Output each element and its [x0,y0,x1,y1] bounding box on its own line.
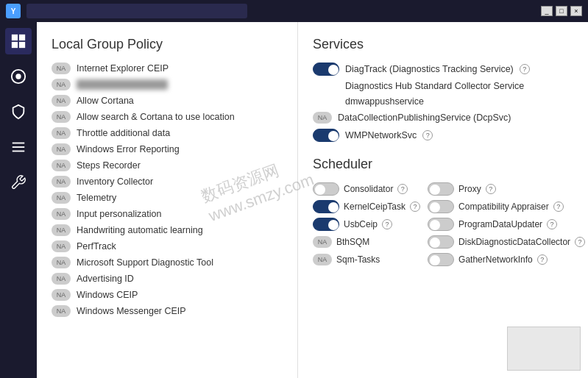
policy-item: NAPerfTrack [52,240,283,252]
sidebar-icon-menu[interactable] [5,134,32,160]
policy-label: Allow Cortana [77,96,134,106]
scheduler-item: Compatibility Appraiser? [428,200,585,213]
policy-label: Windows CEIP [77,290,138,300]
titlebar-left: Y [6,4,247,18]
policy-label: Microsoft Support Diagnostic Tool [77,257,213,268]
na-badge: NA [52,289,71,301]
toggle-switch[interactable] [313,63,339,76]
service-item: NADataCollectionPublishingService (DcpSv… [313,112,573,124]
policy-item: NAWindows Error Reporting [52,143,283,155]
minimize-button[interactable]: _ [541,6,553,16]
scheduler-item: DiskDiagnosticDataCollector? [428,235,585,249]
policy-item: NAAllow search & Cortana to use location [52,111,283,123]
help-icon[interactable]: ? [422,130,433,140]
app-logo: Y [6,4,21,18]
scheduler-label: DiskDiagnosticDataCollector [458,237,570,247]
help-icon[interactable]: ? [486,184,496,194]
service-label: DiagTrack (Diagnostics Tracking Service) [345,64,514,74]
toggle-switch[interactable] [313,200,339,213]
na-badge: NA [52,208,71,220]
na-badge: NA [52,127,71,139]
na-badge: NA [52,111,71,123]
help-icon[interactable]: ? [547,219,557,229]
scheduler-grid: Consolidator? Proxy? KernelCeipTask? Com… [313,182,573,266]
na-badge: NA [52,63,71,74]
scheduler-label: ProgramDataUpdater [458,219,542,229]
policy-item: NATelemetry [52,192,283,204]
help-icon[interactable]: ? [553,202,564,212]
svg-rect-1 [19,35,25,40]
bottom-right-box [507,327,581,371]
toggle-switch[interactable] [428,182,454,196]
policy-label: Inventory Collector [77,176,153,187]
na-badge: NA [52,143,71,155]
svg-rect-0 [12,35,18,40]
svg-point-5 [15,74,21,79]
policy-item: NAInternet Explorer CEIP [52,63,283,74]
policy-item: NAUse OneDrive storage [52,79,283,90]
policy-label: Windows Error Reporting [77,144,180,154]
service-label: WMPNetworkSvc [345,130,417,140]
toggle-switch[interactable] [428,200,454,213]
scheduler-item: ProgramDataUpdater? [428,218,585,231]
na-badge: NA [52,176,71,188]
svg-rect-8 [13,151,25,152]
scheduler-label: GatherNetworkInfo [458,254,533,265]
na-badge: NA [52,160,71,171]
maximize-button[interactable]: □ [556,6,567,16]
scheduler-item: UsbCeip? [313,218,420,231]
help-icon[interactable]: ? [397,184,408,194]
policy-item: NAThrottle additional data [52,127,283,139]
close-button[interactable]: × [570,6,582,16]
policy-label: Throttle additional data [77,128,170,138]
na-badge: NA [52,192,71,204]
services-section: Services DiagTrack (Diagnostics Tracking… [313,37,573,142]
policy-label: Input personalization [77,209,161,219]
policy-item: NAWindows Messenger CEIP [52,305,283,317]
na-badge: NA [52,240,71,252]
na-badge: NA [52,95,71,107]
service-item: DiagTrack (Diagnostics Tracking Service)… [313,63,573,76]
policy-label: Internet Explorer CEIP [77,63,169,74]
main-window: Y _ □ × [0,0,588,378]
sidebar-icon-eye[interactable] [5,63,32,90]
help-icon[interactable]: ? [520,64,530,74]
help-icon[interactable]: ? [410,202,420,212]
service-item: dmwappushservice [313,96,573,107]
toggle-switch[interactable] [313,182,339,196]
scheduler-item: NABthSQM [313,235,420,249]
local-group-policy-title: Local Group Policy [52,37,283,52]
toggle-switch[interactable] [313,218,339,231]
svg-rect-2 [12,42,18,48]
service-item: WMPNetworkSvc? [313,129,573,142]
policy-label: Windows Messenger CEIP [77,306,186,316]
scheduler-label: KernelCeipTask [344,202,405,212]
right-panel: Services DiagTrack (Diagnostics Tracking… [298,22,588,378]
na-badge: NA [313,112,332,124]
help-icon[interactable]: ? [575,237,585,247]
sidebar-icon-shield[interactable] [5,99,32,125]
titlebar: Y _ □ × [0,0,588,22]
policy-item: NAWindows CEIP [52,289,283,301]
policy-item: NAInput personalization [52,208,283,220]
toggle-switch[interactable] [428,253,454,266]
scheduler-section: Scheduler Consolidator? Proxy? KernelCei… [313,157,573,266]
na-badge: NA [52,257,71,268]
policy-label: Use OneDrive storage [77,79,168,90]
sidebar-icon-tools[interactable] [5,169,32,196]
services-list: DiagTrack (Diagnostics Tracking Service)… [313,63,573,142]
scheduler-title: Scheduler [313,157,573,172]
service-label: DataCollectionPublishingService (DcpSvc) [338,113,511,123]
content-area: Local Group Policy NAInternet Explorer C… [37,22,588,378]
scheduler-label: Consolidator [344,184,393,194]
toggle-switch[interactable] [428,235,454,249]
help-icon[interactable]: ? [382,219,392,229]
svg-rect-6 [13,143,25,144]
toggle-switch[interactable] [428,218,454,231]
policy-item: NAInventory Collector [52,176,283,188]
sidebar-icon-grid[interactable] [5,28,32,54]
service-label: Diagnostics Hub Standard Collector Servi… [345,81,524,91]
scheduler-item: Proxy? [428,182,585,196]
toggle-switch[interactable] [313,129,339,142]
help-icon[interactable]: ? [537,254,548,265]
